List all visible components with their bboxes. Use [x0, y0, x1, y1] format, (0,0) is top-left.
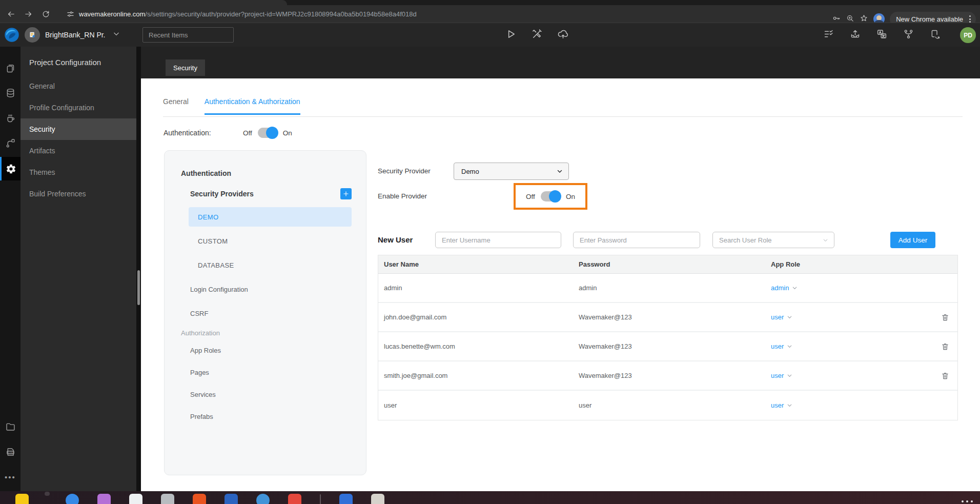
dock-app-writer[interactable] [224, 494, 238, 504]
browser-bar: wavemakeronline.com/s/settings/security/… [0, 0, 980, 23]
auth-nav-csrf[interactable]: CSRF [190, 304, 352, 323]
wavemaker-logo [4, 27, 19, 43]
authentication-toggle-row: Authentication: Off On [164, 128, 292, 138]
url-bar[interactable]: wavemakeronline.com/s/settings/security/… [62, 7, 417, 21]
dock-app-help[interactable] [256, 494, 270, 504]
users-table: User Name Password App Role adminadminad… [378, 255, 958, 420]
app-role-dropdown[interactable]: user [771, 342, 940, 350]
java-services-icon[interactable] [0, 107, 21, 129]
reload-icon[interactable] [37, 7, 54, 21]
tab-general[interactable]: General [163, 97, 189, 115]
security-header-tab[interactable]: Security [166, 59, 205, 76]
tab-authentication-authorization[interactable]: Authentication & Authorization [205, 97, 300, 115]
enable-provider-on-label: On [566, 193, 575, 200]
panel-scrollbar [136, 47, 141, 491]
auth-nav-provider-custom[interactable]: CUSTOM [189, 231, 352, 251]
delete-user-icon[interactable] [940, 341, 950, 352]
username-input[interactable] [435, 232, 561, 248]
dock-app-rhythmbox[interactable] [161, 494, 174, 504]
export-icon[interactable] [850, 29, 861, 42]
app-role-dropdown[interactable]: user [771, 372, 940, 379]
col-password: Password [579, 260, 771, 268]
authorization-nav-pages[interactable]: Pages [190, 362, 352, 382]
database-icon[interactable] [0, 82, 21, 104]
run-icon[interactable] [505, 28, 517, 42]
project-avatar [25, 27, 40, 43]
dock-app-ubuntu-software[interactable] [193, 494, 206, 504]
file-explorer-icon[interactable] [0, 415, 21, 438]
security-provider-label: Security Provider [378, 163, 431, 180]
password-input[interactable] [573, 232, 700, 248]
sidebar-item-build-preferences[interactable]: Build Preferences [21, 183, 136, 205]
svg-text:LOG: LOG [8, 451, 12, 453]
dock-app-mail[interactable] [288, 494, 301, 504]
taskbar [0, 491, 980, 504]
app-role-dropdown[interactable]: admin [771, 284, 940, 292]
show-apps-icon[interactable] [962, 500, 973, 502]
user-avatar[interactable]: PD [960, 27, 976, 43]
auth-nav-login-configuration[interactable]: Login Configuration [190, 279, 352, 299]
app-role-dropdown[interactable]: user [771, 401, 940, 409]
col-approle: App Role [771, 260, 940, 268]
delete-user-icon[interactable] [940, 371, 950, 381]
file-sync-icon[interactable] [930, 29, 941, 42]
settings-gear-icon[interactable] [0, 157, 21, 180]
app-role-dropdown[interactable]: user [771, 313, 940, 321]
logs-icon[interactable]: LOG [0, 440, 21, 463]
sidebar-item-security[interactable]: Security [21, 118, 136, 140]
cell-username: smith.joe@gmail.com [384, 372, 579, 379]
role-chevron-down-icon [822, 237, 829, 244]
checklist-icon[interactable] [823, 29, 834, 42]
back-icon[interactable] [2, 7, 19, 21]
sidebar-item-artifacts[interactable]: Artifacts [21, 140, 136, 162]
authentication-toggle[interactable] [258, 128, 277, 138]
pages-icon[interactable] [0, 57, 21, 79]
recent-items-dropdown[interactable]: Recent Items [142, 27, 234, 43]
user-role-select[interactable]: Search User Role [712, 232, 834, 248]
dock-app-gimp[interactable] [15, 494, 29, 504]
dock-app-files[interactable] [97, 494, 111, 504]
auth-nav-panel: Authentication Security Providers DEMOCU… [164, 150, 366, 475]
dock-divider [320, 494, 321, 504]
add-provider-button[interactable] [340, 188, 352, 199]
main-dark-header: Security [141, 47, 980, 78]
tools-icon[interactable] [531, 28, 543, 42]
browser-tab-strip [0, 0, 980, 5]
dock-app-text-editor[interactable] [129, 494, 142, 504]
dock-app-thunderbird[interactable] [66, 494, 79, 504]
app-role-value: user [771, 313, 784, 321]
git-branch-icon[interactable] [903, 29, 914, 42]
authorization-nav-app-roles[interactable]: App Roles [190, 340, 352, 360]
cell-password: user [579, 401, 771, 409]
deploy-cloud-icon[interactable] [557, 28, 569, 42]
url-path: /s/settings/security/auth/provider?proje… [145, 10, 416, 18]
auth-nav-provider-demo[interactable]: DEMO [189, 207, 352, 227]
user-initials: PD [964, 32, 972, 39]
auth-nav-provider-database[interactable]: DATABASE [189, 255, 352, 275]
translate-icon[interactable] [876, 29, 887, 42]
sidebar-item-general[interactable]: General [21, 75, 136, 97]
authorization-nav-prefabs[interactable]: Prefabs [190, 407, 352, 426]
sidebar-item-themes[interactable]: Themes [21, 162, 136, 183]
forward-icon[interactable] [19, 7, 37, 21]
security-provider-select[interactable]: Demo [454, 163, 569, 180]
dock-app-archive-manager[interactable] [371, 494, 384, 504]
screen: wavemakeronline.com/s/settings/security/… [0, 0, 980, 504]
delete-user-icon[interactable] [940, 312, 950, 322]
authorization-nav-services[interactable]: Services [190, 385, 352, 404]
add-user-button[interactable]: Add User [890, 232, 935, 248]
new-user-label: New User [378, 232, 413, 248]
site-settings-icon[interactable] [62, 7, 79, 21]
enable-provider-toggle[interactable] [541, 191, 560, 201]
table-row: useruseruser [378, 391, 957, 420]
dock-app-builder[interactable] [339, 494, 353, 504]
enable-provider-label: Enable Provider [378, 183, 427, 210]
project-selector[interactable]: BrightBank_RN Pr... [25, 27, 120, 43]
project-chevron-down-icon [113, 30, 120, 39]
cell-username: john.doe@gmail.com [384, 313, 579, 321]
scrollbar-thumb[interactable] [137, 270, 140, 305]
browser-active-tab[interactable] [0, 0, 287, 5]
more-options-icon[interactable]: ••• [0, 466, 21, 488]
sidebar-item-profile-configuration[interactable]: Profile Configuration [21, 97, 136, 118]
apis-icon[interactable] [0, 132, 21, 154]
